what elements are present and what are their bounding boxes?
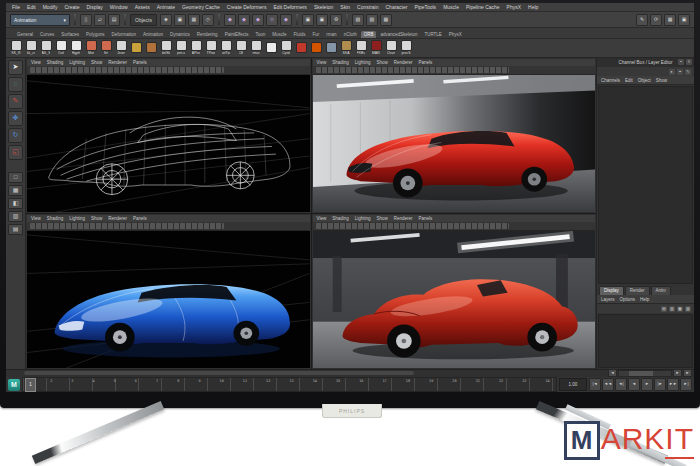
viewport-menu-item[interactable]: View — [317, 60, 327, 65]
menu-item[interactable]: Skeleton — [314, 4, 333, 10]
range-slider-bar[interactable] — [24, 371, 414, 375]
shelf-tab[interactable]: advancedSkeleton — [377, 31, 420, 38]
viewport-menu-item[interactable]: Shading — [47, 60, 64, 65]
shelf-button[interactable] — [264, 43, 278, 53]
menu-item[interactable]: Window — [110, 4, 128, 10]
viewport-menu-item[interactable]: Panels — [419, 60, 433, 65]
viewport-menu-item[interactable]: Panels — [419, 216, 433, 221]
shelf-button[interactable]: Outl — [54, 41, 68, 55]
menu-item[interactable]: Muscle — [443, 4, 459, 10]
snap-live-icon[interactable]: ◆ — [280, 14, 292, 26]
menu-item[interactable]: Assets — [135, 4, 150, 10]
quick-history-icon[interactable]: ⟳ — [650, 14, 662, 26]
menu-item[interactable]: Modify — [43, 4, 58, 10]
viewport-toolbar-icons[interactable] — [30, 67, 224, 73]
scroll-left-icon[interactable]: ◄ — [608, 369, 617, 377]
shelf-button[interactable]: TPow — [204, 41, 218, 55]
shelf-button[interactable]: procS — [399, 41, 413, 55]
channel-slowdown-icon[interactable]: ◐ — [669, 69, 675, 75]
viewport-menu-item[interactable]: Shading — [47, 216, 64, 221]
viewport-menu-item[interactable]: Renderer — [394, 60, 413, 65]
layer-editor-tab[interactable]: Anim — [651, 286, 671, 295]
step-back-key-button[interactable]: ◄| — [615, 378, 627, 391]
quick-layout-icon[interactable]: ▣ — [678, 14, 690, 26]
save-scene-icon[interactable]: ▤ — [108, 14, 120, 26]
viewport-menu-item[interactable]: Renderer — [394, 216, 413, 221]
snap-grid-icon[interactable]: ◆ — [224, 14, 236, 26]
new-scene-icon[interactable]: ▯ — [80, 14, 92, 26]
shelf-button[interactable] — [129, 43, 143, 53]
channel-menu-item[interactable]: Show — [656, 78, 667, 83]
shelf-tab[interactable]: Curves — [37, 31, 57, 38]
viewport-menu-item[interactable]: Shading — [332, 216, 349, 221]
viewport-menu-item[interactable]: Lighting — [69, 216, 85, 221]
viewport-menu-item[interactable]: View — [317, 216, 327, 221]
play-forward-button[interactable]: ► — [641, 378, 653, 391]
layout-four-pane-icon[interactable]: ▦ — [8, 185, 23, 196]
scroll-track[interactable] — [618, 370, 672, 377]
menu-item[interactable]: File — [12, 4, 20, 10]
menu-item[interactable]: Display — [86, 4, 102, 10]
shelf-tab[interactable]: Animation — [140, 31, 166, 38]
menu-item[interactable]: Help — [528, 4, 538, 10]
shelf-button[interactable]: FKBu — [354, 41, 368, 55]
shelf-tab[interactable]: PaintEffects — [222, 31, 252, 38]
shelf-tab[interactable]: Surfaces — [58, 31, 82, 38]
menu-item[interactable]: Edit — [27, 4, 36, 10]
shelf-button[interactable]: SSA — [339, 41, 353, 55]
viewport-toolbar-icons[interactable] — [30, 223, 224, 229]
scroll-end-icon[interactable]: ► — [683, 369, 692, 377]
shelf-button[interactable]: AS_S — [39, 41, 53, 55]
quick-grid-icon[interactable]: ▦ — [664, 14, 676, 26]
time-slider[interactable]: 1 12345678910111213141516171819202122232… — [22, 377, 557, 392]
input-connections-icon[interactable]: ▣ — [302, 14, 314, 26]
select-hierarchy-icon[interactable]: ◈ — [160, 14, 172, 26]
menu-item[interactable]: Geometry Cache — [182, 4, 220, 10]
shelf-button[interactable]: delSk — [159, 41, 173, 55]
shelf-button[interactable] — [294, 43, 308, 53]
menu-item[interactable]: Animate — [157, 4, 175, 10]
sidebar-menu-icon[interactable]: ≡ — [686, 59, 692, 65]
layer-list-panel[interactable] — [598, 314, 693, 368]
channel-hyperbolic-icon[interactable]: ✎ — [685, 69, 691, 75]
snap-curve-icon[interactable]: ◆ — [238, 14, 250, 26]
shelf-tab[interactable]: General — [14, 31, 36, 38]
shelf-tab[interactable]: ORB — [361, 31, 377, 38]
scale-tool-icon[interactable]: ◱ — [8, 145, 23, 160]
render-settings-icon[interactable]: ▩ — [380, 14, 392, 26]
playback-rate-field[interactable]: 1.00 — [559, 378, 587, 391]
shelf-tab[interactable]: TURTLE — [421, 31, 444, 38]
channel-menu-item[interactable]: Edit — [625, 78, 633, 83]
scroll-thumb[interactable] — [629, 371, 652, 376]
shelf-tab[interactable]: Toon — [253, 31, 269, 38]
shelf-tab[interactable]: rman — [323, 31, 339, 38]
layer-menu-item[interactable]: Help — [640, 297, 649, 302]
viewport-toolbar-icons[interactable] — [316, 223, 510, 229]
shelf-button[interactable]: Srt — [99, 41, 113, 55]
shelf-tab[interactable]: Dynamics — [167, 31, 193, 38]
layer-menu-item[interactable]: Layers — [601, 297, 615, 302]
layer-new-empty-icon[interactable]: ▦ — [677, 306, 683, 312]
construction-history-icon[interactable]: ⚙ — [330, 14, 342, 26]
render-view-icon[interactable]: ▧ — [352, 14, 364, 26]
viewport-menu-item[interactable]: Panels — [133, 216, 147, 221]
shelf-button[interactable]: rmar — [249, 41, 263, 55]
step-forward-frame-button[interactable]: ►► — [667, 378, 679, 391]
viewport-canvas-red-car[interactable] — [313, 75, 596, 212]
open-scene-icon[interactable]: ▱ — [94, 14, 106, 26]
viewport-canvas-classic-red-car[interactable] — [313, 231, 596, 368]
channel-menu-item[interactable]: Channels — [601, 78, 620, 83]
output-connections-icon[interactable]: ▣ — [316, 14, 328, 26]
shelf-button[interactable]: Jean — [114, 41, 128, 55]
select-tool-icon[interactable]: ➤ — [8, 60, 23, 75]
shelf-tab[interactable]: Fur — [310, 31, 323, 38]
rotate-tool-icon[interactable]: ↻ — [8, 128, 23, 143]
shelf-tab[interactable]: nCloth — [341, 31, 360, 38]
viewport-menu-item[interactable]: Shading — [332, 60, 349, 65]
viewport-menu-item[interactable]: Renderer — [108, 216, 127, 221]
shelf-button[interactable] — [144, 43, 158, 53]
layout-hypershade-icon[interactable]: ▤ — [8, 224, 23, 235]
layer-menu-item[interactable]: Options — [620, 297, 636, 302]
snap-plane-icon[interactable]: ◇ — [266, 14, 278, 26]
scroll-right-icon[interactable]: ► — [673, 369, 682, 377]
